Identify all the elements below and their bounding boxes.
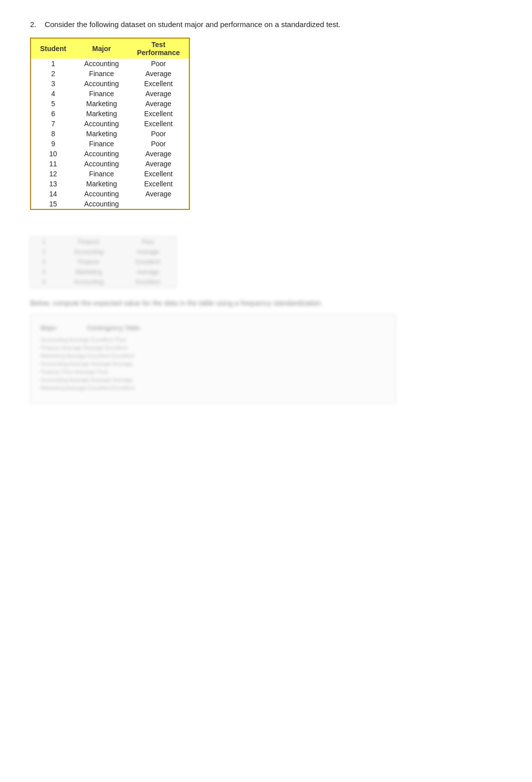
blurred-cell-2: Marketing xyxy=(57,267,120,277)
cell-student: 6 xyxy=(31,109,75,119)
answer-row: Marketing Average Excellent Excellent xyxy=(41,353,385,359)
cell-student: 9 xyxy=(31,139,75,149)
cell-major: Accounting xyxy=(75,119,128,129)
answer-row: Accounting Average Average Average xyxy=(41,361,385,367)
table-row: 8 Marketing Poor xyxy=(31,129,189,139)
cell-performance: Average xyxy=(128,159,189,169)
table-header-row: Student Major Test Performance xyxy=(31,39,189,59)
table-row: 10 Accounting Average xyxy=(31,149,189,159)
table-row: 15 Accounting xyxy=(31,199,189,209)
cell-student: 15 xyxy=(31,199,75,209)
blurred-table: 1 Finance Poor 2 Accounting Average 3 Fi… xyxy=(31,237,176,287)
header-performance: Test Performance xyxy=(128,39,189,59)
cell-major: Marketing xyxy=(75,129,128,139)
cell-major: Marketing xyxy=(75,109,128,119)
cell-major: Accounting xyxy=(75,149,128,159)
cell-major: Accounting xyxy=(75,79,128,89)
blurred-table-row: 5 Accounting Excellent xyxy=(31,277,176,287)
answer-box-header: Major Contingency Table xyxy=(41,325,385,332)
cell-performance: Average xyxy=(128,89,189,99)
cell-major: Accounting xyxy=(75,159,128,169)
header-major: Major xyxy=(75,39,128,59)
blurred-table-row: 4 Marketing Average xyxy=(31,267,176,277)
cell-performance: Excellent xyxy=(128,179,189,189)
cell-performance: Poor xyxy=(128,139,189,149)
blurred-table-row: 1 Finance Poor xyxy=(31,237,176,247)
table-row: 5 Marketing Average xyxy=(31,99,189,109)
blurred-table-container: 1 Finance Poor 2 Accounting Average 3 Fi… xyxy=(30,236,176,288)
question-number: 2. xyxy=(30,20,37,29)
cell-performance: Average xyxy=(128,189,189,199)
blurred-cell-2: Finance xyxy=(57,257,120,267)
header-student: Student xyxy=(31,39,75,59)
blurred-cell-3: Average xyxy=(120,247,176,257)
cell-performance: Poor xyxy=(128,129,189,139)
question-text: 2. Consider the following dataset on stu… xyxy=(30,20,502,29)
data-table-container: Student Major Test Performance 1 Account… xyxy=(30,38,190,210)
cell-performance: Excellent xyxy=(128,109,189,119)
cell-performance: Average xyxy=(128,99,189,109)
cell-major: Marketing xyxy=(75,99,128,109)
cell-performance: Average xyxy=(128,69,189,79)
blurred-question: Below, compute the expected value for th… xyxy=(30,299,502,307)
blurred-cell-1: 5 xyxy=(31,277,57,287)
table-row: 12 Finance Excellent xyxy=(31,169,189,179)
answer-row: Marketing Average Excellent Excellent xyxy=(41,385,385,391)
cell-major: Accounting xyxy=(75,189,128,199)
blurred-cell-3: Excellent xyxy=(120,257,176,267)
cell-major: Marketing xyxy=(75,179,128,189)
cell-student: 13 xyxy=(31,179,75,189)
table-row: 1 Accounting Poor xyxy=(31,59,189,69)
table-row: 3 Accounting Excellent xyxy=(31,79,189,89)
cell-student: 10 xyxy=(31,149,75,159)
cell-student: 12 xyxy=(31,169,75,179)
answer-row: Accounting Average Excellent Poor xyxy=(41,337,385,343)
cell-performance: Poor xyxy=(128,59,189,69)
cell-major: Finance xyxy=(75,139,128,149)
answer-header-col2: Contingency Table xyxy=(87,325,140,332)
cell-major: Accounting xyxy=(75,59,128,69)
blurred-table-row: 2 Accounting Average xyxy=(31,247,176,257)
cell-major: Accounting xyxy=(75,199,128,209)
blurred-cell-2: Accounting xyxy=(57,247,120,257)
cell-performance xyxy=(128,199,189,209)
answer-header-col1: Major xyxy=(41,325,57,332)
cell-student: 5 xyxy=(31,99,75,109)
blurred-cell-1: 3 xyxy=(31,257,57,267)
blurred-cell-1: 2 xyxy=(31,247,57,257)
cell-student: 14 xyxy=(31,189,75,199)
question-body: Consider the following dataset on studen… xyxy=(45,20,340,29)
cell-student: 4 xyxy=(31,89,75,99)
answer-row: Finance Average Average Excellent xyxy=(41,345,385,351)
cell-student: 11 xyxy=(31,159,75,169)
cell-major: Finance xyxy=(75,169,128,179)
answer-row: Finance Poor Average Poor xyxy=(41,369,385,375)
blurred-cell-1: 4 xyxy=(31,267,57,277)
table-row: 9 Finance Poor xyxy=(31,139,189,149)
cell-major: Finance xyxy=(75,69,128,79)
blurred-cell-1: 1 xyxy=(31,237,57,247)
cell-performance: Excellent xyxy=(128,119,189,129)
cell-student: 7 xyxy=(31,119,75,129)
table-row: 4 Finance Average xyxy=(31,89,189,99)
table-row: 11 Accounting Average xyxy=(31,159,189,169)
cell-student: 1 xyxy=(31,59,75,69)
data-table: Student Major Test Performance 1 Account… xyxy=(31,39,189,209)
cell-performance: Average xyxy=(128,149,189,159)
cell-major: Finance xyxy=(75,89,128,99)
table-row: 2 Finance Average xyxy=(31,69,189,79)
cell-performance: Excellent xyxy=(128,169,189,179)
question-2-container: 2. Consider the following dataset on stu… xyxy=(30,20,502,403)
cell-student: 3 xyxy=(31,79,75,89)
blurred-cell-2: Accounting xyxy=(57,277,120,287)
answer-rows: Accounting Average Excellent PoorFinance… xyxy=(41,337,385,391)
cell-student: 8 xyxy=(31,129,75,139)
blurred-answer-box: Major Contingency Table Accounting Avera… xyxy=(30,314,396,403)
cell-student: 2 xyxy=(31,69,75,79)
blurred-cell-3: Excellent xyxy=(120,277,176,287)
table-row: 13 Marketing Excellent xyxy=(31,179,189,189)
answer-row: Accounting Average Average Average xyxy=(41,377,385,383)
blurred-table-row: 3 Finance Excellent xyxy=(31,257,176,267)
blurred-cell-3: Poor xyxy=(120,237,176,247)
table-row: 7 Accounting Excellent xyxy=(31,119,189,129)
